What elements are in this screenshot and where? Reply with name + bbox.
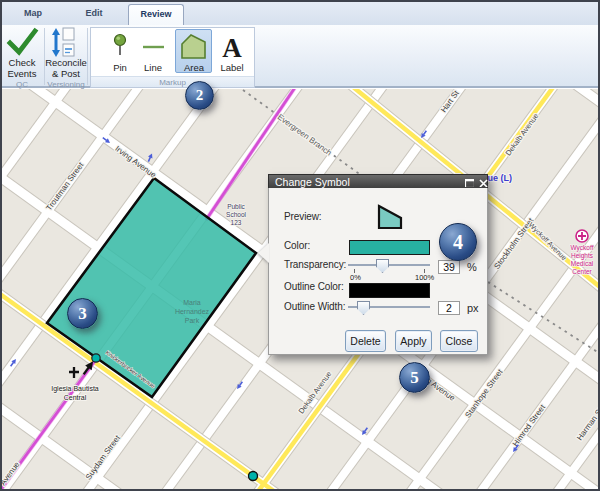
svg-text:Wyckoff: Wyckoff <box>571 244 594 252</box>
svg-text:Iglesia Bautista: Iglesia Bautista <box>51 385 99 393</box>
svg-text:123: 123 <box>231 219 242 226</box>
svg-text:Park: Park <box>185 317 200 324</box>
svg-text:Center: Center <box>572 268 592 275</box>
svg-text:Medical: Medical <box>571 260 594 267</box>
svg-text:Maria: Maria <box>183 299 201 306</box>
svg-text:Central: Central <box>64 394 87 401</box>
svg-text:School: School <box>226 211 246 218</box>
svg-text:Public: Public <box>227 203 245 210</box>
svg-text:Hernandez: Hernandez <box>175 308 210 315</box>
svg-text:Heights: Heights <box>571 252 594 260</box>
svg-text:A: A <box>222 33 242 63</box>
